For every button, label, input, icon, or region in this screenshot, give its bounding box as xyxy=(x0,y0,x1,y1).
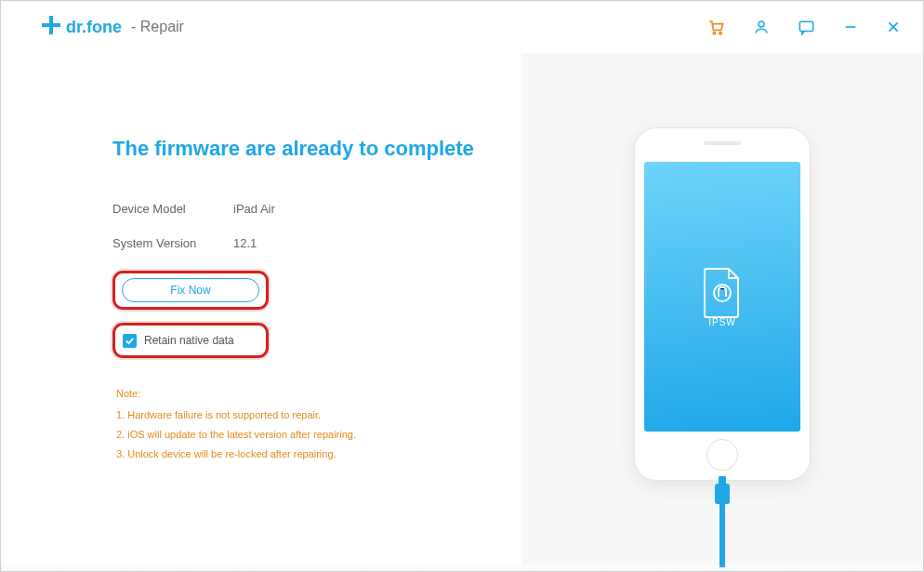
device-model-value: iPad Air xyxy=(233,202,275,216)
close-icon[interactable] xyxy=(886,20,901,34)
fix-now-button[interactable]: Fix Now xyxy=(122,278,259,302)
note-line-3: 3. Unlock device will be re-locked after… xyxy=(116,445,521,464)
svg-rect-8 xyxy=(715,484,730,504)
note-line-2: 2. iOS will update to the latest version… xyxy=(116,425,521,445)
svg-point-0 xyxy=(713,33,715,34)
notes-section: Note: 1. Hardware failure is not support… xyxy=(116,384,521,464)
retain-checkbox[interactable] xyxy=(123,334,137,348)
window-controls xyxy=(706,18,901,36)
minimize-icon[interactable] xyxy=(843,20,858,34)
main-content: The firmware are already to complete Dev… xyxy=(1,53,923,565)
firmware-heading: The firmware are already to complete xyxy=(112,137,521,161)
phone-screen: IPSW xyxy=(644,162,800,432)
section-name: - Repair xyxy=(131,19,184,35)
device-model-label: Device Model xyxy=(112,202,233,216)
svg-rect-9 xyxy=(719,476,726,486)
logo-plus-icon xyxy=(42,16,60,38)
right-panel: IPSW xyxy=(521,53,923,565)
feedback-icon[interactable] xyxy=(798,19,815,36)
titlebar: dr.fone - Repair xyxy=(1,1,923,53)
note-line-1: 1. Hardware failure is not supported to … xyxy=(116,406,521,425)
left-panel: The firmware are already to complete Dev… xyxy=(1,53,521,565)
retain-label: Retain native data xyxy=(144,334,234,347)
svg-point-2 xyxy=(759,21,764,27)
ipsw-file-icon: IPSW xyxy=(701,267,744,327)
svg-point-1 xyxy=(719,33,721,34)
device-model-row: Device Model iPad Air xyxy=(112,202,521,216)
bottom-border xyxy=(1,565,923,571)
system-version-row: System Version 12.1 xyxy=(112,236,521,250)
logo-text: dr.fone xyxy=(66,18,122,37)
svg-rect-3 xyxy=(799,21,812,31)
user-icon[interactable] xyxy=(753,19,770,35)
system-version-label: System Version xyxy=(112,236,233,250)
phone-illustration: IPSW xyxy=(634,127,811,481)
app-logo: dr.fone - Repair xyxy=(42,16,184,38)
notes-heading: Note: xyxy=(116,384,521,404)
retain-data-highlight: Retain native data xyxy=(112,323,269,358)
system-version-value: 12.1 xyxy=(233,236,257,250)
cable-icon xyxy=(694,456,750,567)
fix-now-highlight: Fix Now xyxy=(112,271,269,310)
cart-icon[interactable] xyxy=(706,18,725,36)
